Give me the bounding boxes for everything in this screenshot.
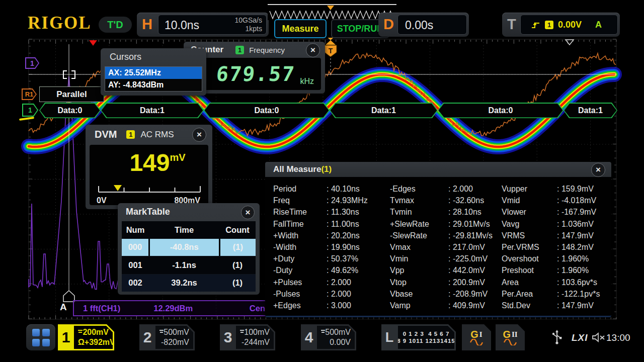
all-measure-panel: All Measure(1) × Period: 40.10nsFreq: 24… <box>265 162 611 317</box>
all-measure-close-icon[interactable]: × <box>591 163 605 177</box>
marktable-row[interactable]: 00239.2ns(1) <box>122 274 256 292</box>
rising-edge-icon <box>531 21 540 29</box>
dvm-close-icon[interactable]: × <box>192 128 206 142</box>
bus-channel-marker[interactable]: 1 <box>22 104 38 117</box>
svg-text:T: T <box>329 47 333 55</box>
marktable-panel: MarkTable × Num Time Count 000-40.8ns(1)… <box>118 203 260 295</box>
measure-item: +Pulses: 2.000 <box>273 277 390 288</box>
ground-coupling-icon <box>159 330 164 335</box>
measure-item: Vlower: -167.9mV <box>502 206 611 218</box>
counter-display: 679.57 kHz <box>188 58 321 90</box>
bus-segment: Data:0 <box>39 103 101 118</box>
trigger-control[interactable]: T 1 0.00V A <box>502 13 620 37</box>
measure-item: -Duty: 49.62% <box>273 264 390 276</box>
measure-item: +Width: 20.20ns <box>273 230 390 241</box>
measure-item: Overshoot: 1.960% <box>502 253 611 264</box>
trigger-label: T <box>507 16 516 33</box>
measure-item: FallTime: 11.00ns <box>273 218 390 230</box>
marktable-table: Num Time Count 000-40.8ns(1)001-1.1ns(1)… <box>122 221 256 291</box>
bus-segment: Data:0 <box>438 103 564 118</box>
measure-button[interactable]: Measure <box>274 19 327 38</box>
dvm-panel: DVM 1 AC RMS × 149 mV 0V 800mV <box>86 125 212 209</box>
math-channel-marker[interactable]: 1 <box>25 57 39 69</box>
mute-speaker-icon <box>592 332 605 343</box>
fft-axis-marker: A <box>60 302 67 313</box>
measure-item: Std.Dev: 147.9mV <box>502 300 611 311</box>
dvm-unit: mV <box>170 152 185 175</box>
horizontal-timebase-control[interactable]: H 10.0ns 10GSa/s 1kpts <box>137 13 269 37</box>
counter-close-icon[interactable]: × <box>306 43 320 57</box>
logic-label: L <box>381 324 397 350</box>
marktable-title: MarkTable <box>126 207 170 217</box>
fft-trace-label: 1 fft(CH1) 12.29dBm Cen <box>73 300 267 316</box>
bus-segment: Data:0 <box>204 103 330 118</box>
marktable-cell: -40.8ns <box>150 239 219 256</box>
counter-unit: kHz <box>300 77 314 86</box>
marktable-cell: 001 <box>122 260 149 270</box>
marktable-cell: -1.1ns <box>149 260 219 270</box>
dvm-scale-min: 0V <box>97 196 107 205</box>
generator-2-button[interactable]: G II <box>496 324 525 350</box>
bus-decode-row: Data:0Data:1Data:0Data:1Data:0Data:1 <box>39 103 617 118</box>
menu-grid-icon[interactable] <box>26 324 55 350</box>
measure-item: Freq: 24.93MHz <box>273 195 390 206</box>
cursor-ax-row[interactable]: AX: 25.52MHz <box>105 67 202 79</box>
channel-1-button[interactable]: 1200mVΩ+392mV <box>58 324 114 350</box>
acquisition-info: 10GSa/s 1kpts <box>235 16 262 33</box>
delay-control[interactable]: D 0.00s <box>378 13 469 37</box>
all-measure-titlebar: All Measure(1) <box>265 162 611 177</box>
marktable-row[interactable]: 000-40.8ns(1) <box>122 239 256 256</box>
cursors-panel: Cursors AX: 25.52MHz AY: -4.843dBm <box>101 48 206 96</box>
trigger-status-badge: T'D <box>99 17 132 33</box>
dvm-channel-badge: 1 <box>126 130 135 139</box>
marktable-row[interactable]: 001-1.1ns(1) <box>122 256 256 274</box>
bus-segment: Data:1 <box>330 103 438 118</box>
all-measure-count: (1) <box>321 164 332 174</box>
measure-item: -SlewRate: -29.81Mv/s <box>390 230 502 241</box>
parallel-bus-label: Parallel <box>39 86 104 102</box>
measure-item: +SlewRate: 29.01Mv/s <box>390 218 502 230</box>
channel-4-button[interactable]: 4500mV0.00V <box>301 324 356 350</box>
measure-item: Tvmin: 28.10ns <box>390 206 502 218</box>
timebase-value: 10.0ns <box>165 19 199 32</box>
measure-item: -Edges: 2.000 <box>390 183 502 195</box>
measure-item: -Width: 19.90ns <box>273 241 390 253</box>
trigger-box: 1 0.00V A <box>520 15 618 35</box>
cursor-ay-row[interactable]: AY: -4.843dBm <box>105 79 202 91</box>
dvm-display: 149 mV 0V 800mV <box>90 145 208 205</box>
marktable-cell: 002 <box>122 278 149 288</box>
waveform-preview-strip[interactable] <box>268 4 396 20</box>
measure-item: Vtop: 200.9mV <box>390 277 502 288</box>
measure-item: RiseTime: 11.30ns <box>273 206 390 218</box>
channel-2-button[interactable]: 2500mV-820mV <box>139 324 195 350</box>
dvm-scale <box>90 181 208 194</box>
measure-item: Vmid: -4.018mV <box>502 195 611 206</box>
clock: 13:00 <box>606 332 630 343</box>
logic-channels-button[interactable]: L 0 1 2 3 4 5 6 7 8 9 1011 12131415 <box>381 324 456 350</box>
logic-channel-numbers: 0 1 2 3 4 5 6 7 8 9 1011 12131415 <box>398 326 454 349</box>
measure-item: VRMS: 147.9mV <box>502 230 611 241</box>
delay-box: 0.00s <box>397 15 467 35</box>
ground-coupling-icon <box>240 330 244 335</box>
delay-label: D <box>383 16 394 33</box>
channel-3-button[interactable]: 3100mV-244mV <box>220 324 275 350</box>
reference-channel-marker[interactable]: R1 <box>22 88 37 100</box>
bus-segment: Data:1 <box>101 103 204 118</box>
measure-item: Vbase: -208.9mV <box>390 288 502 300</box>
measure-item: Vupper: 159.9mV <box>502 183 611 195</box>
trigger-mode: A <box>595 20 602 30</box>
marktable-cell: 39.2ns <box>149 278 219 288</box>
dvm-value: 149 <box>129 151 170 175</box>
marktable-close-icon[interactable]: × <box>241 206 255 219</box>
measure-item: Vmin: -225.0mV <box>390 253 502 264</box>
generator-1-button[interactable]: G I <box>462 324 491 350</box>
measure-item: Period: 40.10ns <box>273 183 390 195</box>
preview-zigzag <box>268 5 396 20</box>
cursor-position-marker <box>89 40 97 46</box>
fft-center-label: Cen <box>250 304 265 313</box>
usb-icon <box>551 330 562 345</box>
preview-trigger-marker <box>327 6 334 10</box>
timebase-box: 10.0ns 10GSa/s 1kpts <box>158 15 267 35</box>
measure-item: Per.VRMS: 148.2mV <box>502 241 611 253</box>
trigger-level-value: 0.00V <box>558 20 582 30</box>
